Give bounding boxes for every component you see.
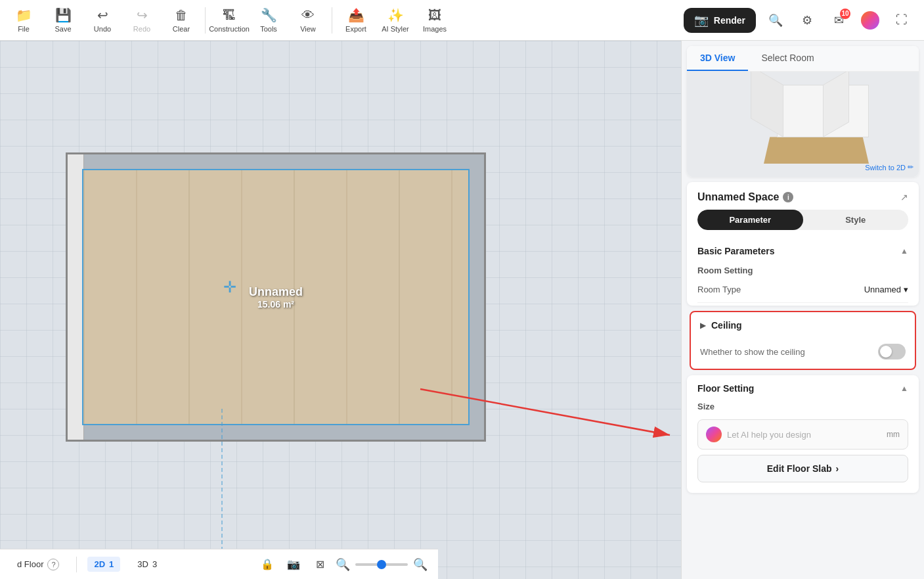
room-outer: ✛ Unnamed 15.06 m²: [66, 152, 486, 442]
floor-tab-separator: [76, 557, 77, 572]
toolbar-redo-label: Redo: [133, 25, 150, 33]
switch-2d-icon: ✏: [908, 163, 913, 172]
floor-tab-help[interactable]: ?: [47, 559, 59, 570]
hide-icon-btn[interactable]: ⊠: [309, 554, 330, 575]
room-type-select[interactable]: Unnamed ▾: [864, 285, 908, 294]
ceiling-toggle-knob: [880, 346, 892, 358]
view-tabs: 3D View Select Room: [687, 46, 919, 72]
props-tab-parameter[interactable]: Parameter: [697, 210, 803, 230]
room-inner: ✛ Unnamed 15.06 m²: [82, 169, 470, 425]
switch-2d-btn[interactable]: Switch to 2D ✏: [865, 163, 913, 172]
fullscreen-icon-btn[interactable]: ⛶: [890, 9, 913, 32]
lock-icon-btn[interactable]: 🔒: [257, 554, 278, 575]
space-title-text: Unnamed Space: [697, 191, 779, 203]
floor-setting-header[interactable]: Floor Setting ▲: [687, 375, 919, 399]
toolbar-clear-label: Clear: [173, 25, 190, 33]
search-icon: 🔍: [768, 13, 783, 28]
avatar-icon-btn[interactable]: [858, 9, 882, 32]
notifications-icon-btn[interactable]: ✉ 10: [827, 9, 850, 32]
ceiling-header[interactable]: ▶ Ceiling: [691, 312, 915, 338]
toolbar-images-label: Images: [423, 25, 447, 33]
toolbar-undo[interactable]: ↩ Undo: [84, 3, 121, 38]
construction-icon: 🏗: [223, 8, 236, 23]
render-icon: 📷: [694, 13, 709, 28]
toolbar-construction[interactable]: 🏗 Construction: [211, 3, 248, 38]
ai-input-placeholder: Let AI help you design: [727, 430, 881, 440]
ceiling-toggle-row: Whether to show the ceiling: [691, 338, 915, 369]
expand-icon[interactable]: ↗: [900, 192, 908, 202]
move-handle[interactable]: ✛: [223, 278, 236, 296]
room-name: Unnamed: [249, 285, 303, 299]
toolbar-view-label: View: [300, 25, 316, 33]
ceiling-toggle-label: Whether to show the ceiling: [700, 347, 805, 357]
toolbar-ai-styler[interactable]: ✨ AI Styler: [377, 3, 414, 38]
info-icon[interactable]: i: [783, 192, 793, 202]
toolbar-view[interactable]: 👁 View: [290, 3, 326, 38]
basic-params-title: Basic Parameters: [697, 246, 775, 256]
floor-setting-title: Floor Setting: [697, 383, 754, 394]
toolbar-tools[interactable]: 🔧 Tools: [250, 3, 287, 38]
tab-select-room[interactable]: Select Room: [748, 46, 827, 71]
room-3d-model: [737, 78, 869, 170]
edit-floor-slab-btn[interactable]: Edit Floor Slab ›: [697, 455, 908, 482]
toolbar-images[interactable]: 🖼 Images: [416, 3, 453, 38]
images-icon: 🖼: [428, 8, 441, 23]
props-tab-style-label: Style: [845, 215, 866, 225]
zoom-slider[interactable]: [355, 563, 408, 566]
props-tab-style[interactable]: Style: [803, 210, 909, 230]
view-2d-num: 1: [109, 559, 114, 569]
toolbar-save[interactable]: 💾 Save: [45, 3, 81, 38]
divider-1: [697, 302, 908, 303]
ceiling-section: ▶ Ceiling Whether to show the ceiling: [690, 311, 916, 370]
toolbar-tools-label: Tools: [260, 25, 277, 33]
preview-left-wall: [751, 72, 783, 137]
room-type-value: Unnamed: [864, 285, 901, 294]
toolbar-render[interactable]: 📷 Render: [684, 8, 756, 33]
canvas-area: ✛ Unnamed 15.06 m² d Floor ? 2: [0, 41, 681, 579]
settings-icon-btn[interactable]: ⚙: [795, 9, 819, 32]
room-setting-label: Room Setting: [687, 262, 919, 279]
floor-setting-chevron: ▲: [900, 384, 908, 393]
zoom-controls: 🔒 📷 ⊠ 🔍 🔍: [257, 554, 428, 575]
props-section: Unnamed Space i ↗ Parameter Style Basic …: [687, 182, 919, 306]
view-2d-tab[interactable]: 2D 1: [87, 557, 120, 572]
3d-preview[interactable]: Switch to 2D ✏: [687, 72, 919, 177]
settings-icon: ⚙: [802, 13, 812, 28]
fullscreen-icon: ⛶: [896, 13, 908, 27]
separator-2: [332, 7, 332, 34]
toolbar-ai-styler-label: AI Styler: [382, 25, 409, 33]
ceiling-expand-icon: ▶: [700, 321, 706, 330]
toolbar-construction-label: Construction: [209, 25, 250, 33]
switch-2d-label: Switch to 2D: [865, 164, 906, 172]
edit-floor-slab-label: Edit Floor Slab: [767, 463, 832, 474]
toolbar-clear[interactable]: 🗑 Clear: [163, 3, 200, 38]
clear-icon: 🗑: [175, 8, 188, 23]
zoom-in-btn[interactable]: 🔍: [413, 557, 428, 572]
toolbar-file[interactable]: 📁 File: [5, 3, 42, 38]
ai-input-row[interactable]: Let AI help you design mm: [697, 419, 908, 450]
file-icon: 📁: [16, 7, 32, 23]
camera-icon-btn[interactable]: 📷: [283, 554, 304, 575]
notifications-badge: 10: [840, 9, 850, 19]
toolbar-redo[interactable]: ↪ Redo: [123, 3, 160, 38]
toolbar: 📁 File 💾 Save ↩ Undo ↪ Redo 🗑 Clear 🏗 Co…: [0, 0, 924, 41]
toolbar-right: 🔍 ⚙ ✉ 10 ⛶: [764, 9, 913, 32]
search-icon-btn[interactable]: 🔍: [764, 9, 787, 32]
save-icon: 💾: [55, 7, 72, 23]
view-3d-tab[interactable]: 3D 3: [131, 557, 164, 572]
basic-params-header[interactable]: Basic Parameters ▲: [687, 238, 919, 262]
view-2d-label: 2D: [94, 559, 105, 569]
toolbar-undo-label: Undo: [94, 25, 111, 33]
toolbar-file-label: File: [18, 25, 30, 33]
mm-label: mm: [887, 430, 900, 439]
ceiling-toggle-switch[interactable]: [878, 344, 906, 359]
tab-select-room-label: Select Room: [761, 53, 814, 63]
props-title: Unnamed Space i: [697, 191, 793, 203]
zoom-out-btn[interactable]: 🔍: [336, 557, 350, 572]
toolbar-export[interactable]: 📤 Export: [338, 3, 374, 38]
export-icon: 📤: [348, 7, 364, 23]
view-icon: 👁: [301, 8, 315, 23]
room-container[interactable]: ✛ Unnamed 15.06 m²: [66, 152, 486, 442]
tab-3d-view[interactable]: 3D View: [687, 46, 748, 71]
floor-tab[interactable]: d Floor ?: [11, 556, 66, 573]
